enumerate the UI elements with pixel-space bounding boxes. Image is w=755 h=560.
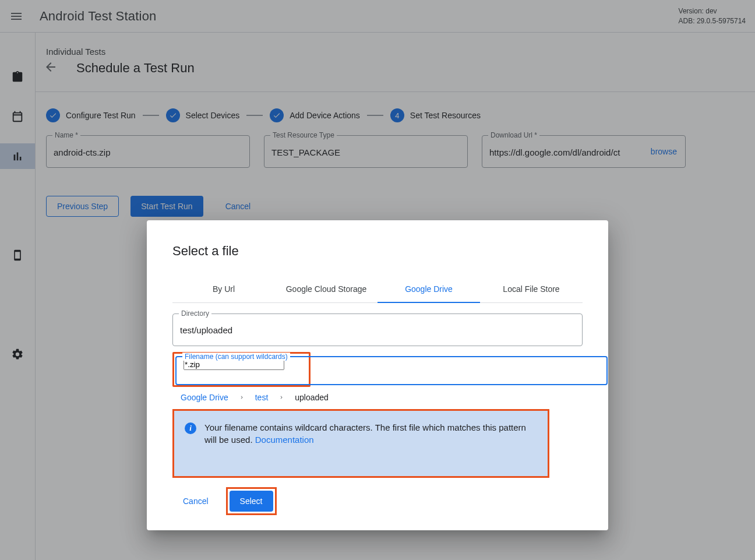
select-file-dialog: Select a file By Url Google Cloud Storag…: [147, 220, 608, 530]
modal-backdrop: Select a file By Url Google Cloud Storag…: [0, 0, 755, 560]
documentation-link[interactable]: Documentation: [255, 435, 314, 445]
tab-gcs[interactable]: Google Cloud Storage: [275, 276, 378, 302]
crumb-test[interactable]: test: [255, 393, 269, 402]
info-icon: i: [185, 422, 196, 434]
select-highlight: Select: [226, 487, 277, 515]
chevron-right-icon: [239, 393, 245, 402]
modal-title: Select a file: [172, 244, 583, 259]
info-text: Your filename contains wildcard characte…: [204, 421, 537, 446]
crumb-root[interactable]: Google Drive: [181, 393, 228, 402]
crumb-uploaded[interactable]: uploaded: [295, 393, 329, 402]
tab-local-file-store[interactable]: Local File Store: [480, 276, 583, 302]
tab-google-drive[interactable]: Google Drive: [378, 276, 480, 303]
chevron-right-icon: [278, 393, 284, 402]
info-highlight: i Your filename contains wildcard charac…: [172, 409, 549, 478]
modal-select-button[interactable]: Select: [230, 491, 273, 512]
directory-input[interactable]: [180, 318, 575, 342]
modal-cancel-button[interactable]: Cancel: [172, 491, 219, 512]
tab-by-url[interactable]: By Url: [172, 276, 275, 302]
breadcrumb-path: Google Drive test uploaded: [181, 393, 583, 402]
filename-field[interactable]: Filename (can support wildcards): [175, 356, 608, 385]
info-box: i Your filename contains wildcard charac…: [174, 411, 548, 476]
directory-field[interactable]: Directory: [172, 314, 583, 346]
filename-highlight: Filename (can support wildcards): [172, 352, 311, 387]
